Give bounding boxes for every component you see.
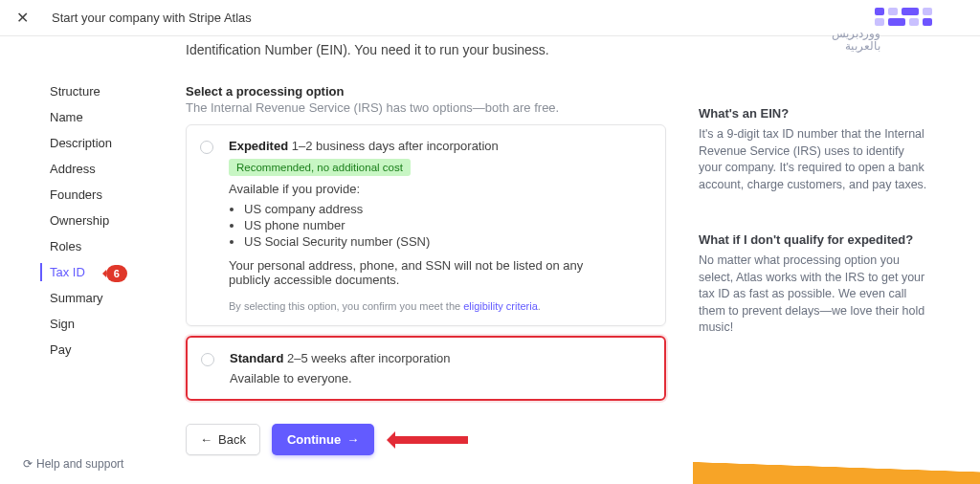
sidebar-item-name[interactable]: Name bbox=[50, 104, 163, 130]
faq-heading: What's an EIN? bbox=[699, 105, 930, 122]
sidebar-item-taxid[interactable]: Tax ID 6 bbox=[50, 259, 163, 285]
recommended-pill: Recommended, no additional cost bbox=[229, 159, 411, 176]
arrow-right-icon: → bbox=[346, 432, 359, 447]
sidebar-item-roles[interactable]: Roles bbox=[50, 233, 163, 259]
annotation-arrow bbox=[391, 436, 468, 444]
available-label: Available if you provide: bbox=[229, 182, 650, 196]
sidebar-item-address[interactable]: Address bbox=[50, 156, 163, 182]
back-button[interactable]: ← Back bbox=[186, 424, 260, 455]
section-heading: Select a processing option bbox=[186, 84, 666, 99]
option-title: Standard 2–5 weeks after incorporation bbox=[230, 351, 649, 365]
faq-body: No matter what processing option you sel… bbox=[699, 253, 930, 337]
main-content: Identification Number (EIN). You need it… bbox=[163, 36, 689, 484]
privacy-note: Your personal address, phone, and SSN wi… bbox=[229, 258, 612, 287]
list-item: US Social Security number (SSN) bbox=[244, 234, 650, 249]
page-title: Start your company with Stripe Atlas bbox=[52, 11, 252, 25]
annotation-badge: 6 bbox=[106, 265, 127, 282]
radio-icon[interactable] bbox=[200, 141, 213, 154]
sidebar-item-summary[interactable]: Summary bbox=[50, 285, 163, 311]
sidebar-item-structure[interactable]: Structure bbox=[50, 78, 163, 104]
decorative-wedge bbox=[693, 446, 980, 484]
brand-logo: ووردبريس بالعربية bbox=[832, 8, 932, 52]
option-title: Expedited 1–2 business days after incorp… bbox=[229, 139, 650, 153]
intro-text: Identification Number (EIN). You need it… bbox=[186, 42, 666, 57]
requirements-list: US company address US phone number US So… bbox=[244, 202, 650, 249]
continue-button[interactable]: Continue → bbox=[272, 424, 374, 455]
option-expedited[interactable]: Expedited 1–2 business days after incorp… bbox=[186, 124, 666, 326]
standard-note: Available to everyone. bbox=[230, 371, 649, 385]
eligibility-link[interactable]: eligibility criteria bbox=[463, 300, 538, 312]
radio-icon[interactable] bbox=[201, 353, 214, 366]
right-rail: ووردبريس بالعربية What's an EIN? It's a … bbox=[689, 36, 957, 484]
close-icon[interactable]: ✕ bbox=[15, 9, 29, 27]
sidebar-item-description[interactable]: Description bbox=[50, 130, 163, 156]
sidebar-item-pay[interactable]: Pay bbox=[50, 337, 163, 363]
logo-text-1: ووردبريس bbox=[832, 28, 880, 40]
logo-text-2: بالعربية bbox=[832, 40, 880, 53]
sidebar-item-label: Tax ID bbox=[50, 265, 85, 279]
sidebar-item-founders[interactable]: Founders bbox=[50, 182, 163, 208]
option-standard[interactable]: Standard 2–5 weeks after incorporation A… bbox=[186, 336, 666, 401]
help-support-link[interactable]: ⟳ Help and support bbox=[23, 457, 123, 471]
sidebar: Structure Name Description Address Found… bbox=[0, 36, 163, 484]
fineprint: By selecting this option, you confirm yo… bbox=[229, 300, 650, 312]
list-item: US phone number bbox=[244, 218, 650, 232]
section-subtitle: The Internal Revenue Service (IRS) has t… bbox=[186, 100, 666, 115]
faq-heading: What if I don't qualify for expedited? bbox=[699, 231, 930, 249]
arrow-left-icon: ← bbox=[200, 432, 212, 447]
button-row: ← Back Continue → bbox=[186, 424, 666, 455]
faq-body: It's a 9-digit tax ID number that the In… bbox=[699, 126, 930, 193]
faq-block-ein: What's an EIN? It's a 9-digit tax ID num… bbox=[699, 105, 930, 193]
sidebar-item-ownership[interactable]: Ownership bbox=[50, 208, 163, 233]
help-icon: ⟳ bbox=[23, 457, 33, 471]
help-label: Help and support bbox=[36, 457, 123, 471]
list-item: US company address bbox=[244, 202, 650, 216]
faq-block-expedited: What if I don't qualify for expedited? N… bbox=[699, 231, 930, 337]
sidebar-item-sign[interactable]: Sign bbox=[50, 311, 163, 337]
